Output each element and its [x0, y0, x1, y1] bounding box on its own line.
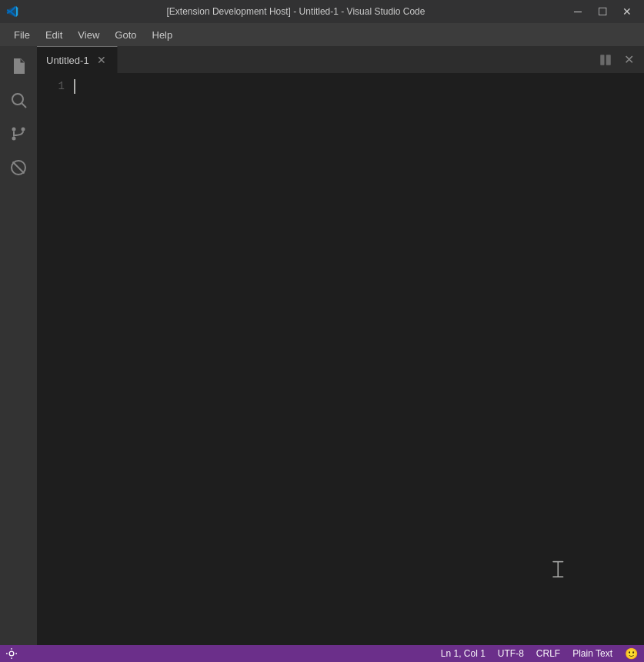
- menu-goto[interactable]: Goto: [107, 26, 144, 44]
- svg-rect-2: [15, 70, 19, 71]
- status-smiley[interactable]: 🙂: [619, 645, 644, 662]
- svg-rect-11: [600, 55, 604, 65]
- status-right-section: Ln 1, Col 1 UTF-8 CRLF Plain Text 🙂: [435, 645, 644, 662]
- source-control-icon[interactable]: [5, 120, 32, 148]
- svg-rect-12: [606, 55, 611, 65]
- status-encoding[interactable]: UTF-8: [492, 645, 530, 662]
- close-editor-button[interactable]: ✕: [619, 51, 638, 69]
- minimize-button[interactable]: ─: [567, 4, 589, 19]
- mouse-cursor-ibeam: 𝙸: [549, 555, 567, 584]
- svg-point-7: [12, 128, 16, 131]
- svg-point-3: [12, 94, 23, 105]
- title-bar: [Extension Development Host] - Untitled-…: [0, 0, 644, 23]
- editor-content[interactable]: 1 𝙸: [37, 73, 644, 645]
- editor-tab-untitled[interactable]: Untitled-1 ✕: [37, 46, 118, 73]
- menu-file[interactable]: File: [6, 26, 38, 44]
- line-numbers: 1: [37, 73, 74, 645]
- line-number-1: 1: [37, 79, 65, 94]
- editor-text-area[interactable]: 𝙸: [74, 73, 644, 645]
- status-language[interactable]: Plain Text: [566, 645, 619, 662]
- maximize-button[interactable]: ☐: [592, 4, 613, 19]
- menu-view[interactable]: View: [70, 26, 107, 44]
- search-icon[interactable]: [5, 86, 32, 114]
- window-controls: ─ ☐ ✕: [567, 4, 638, 19]
- svg-point-5: [12, 137, 16, 141]
- status-position[interactable]: Ln 1, Col 1: [435, 645, 492, 662]
- main-area: Untitled-1 ✕ ✕ 1: [0, 46, 644, 645]
- activity-bar: [0, 46, 37, 645]
- svg-rect-1: [15, 68, 22, 68]
- tab-close-button[interactable]: ✕: [95, 54, 108, 66]
- split-editor-button[interactable]: [596, 51, 615, 69]
- cursor-line: [74, 79, 644, 94]
- menu-help[interactable]: Help: [145, 26, 181, 44]
- editor-area: Untitled-1 ✕ ✕ 1: [37, 46, 644, 645]
- tab-bar-actions: ✕: [596, 46, 644, 73]
- tab-label: Untitled-1: [46, 55, 89, 66]
- svg-rect-0: [15, 65, 22, 66]
- menu-bar: File Edit View Goto Help: [0, 23, 644, 46]
- svg-line-10: [13, 162, 25, 174]
- window-title: [Extension Development Host] - Untitled-…: [25, 6, 567, 17]
- text-cursor: [74, 79, 75, 94]
- vscode-logo: [6, 5, 18, 18]
- extensions-icon[interactable]: [5, 154, 32, 181]
- status-line-ending[interactable]: CRLF: [530, 645, 566, 662]
- tab-bar: Untitled-1 ✕ ✕: [37, 46, 644, 73]
- svg-line-4: [22, 104, 27, 108]
- status-bar: Ln 1, Col 1 UTF-8 CRLF Plain Text 🙂: [0, 645, 644, 662]
- menu-edit[interactable]: Edit: [38, 26, 70, 44]
- status-left-section: [0, 648, 23, 659]
- close-button[interactable]: ✕: [616, 4, 638, 19]
- explorer-icon[interactable]: [5, 52, 32, 80]
- remote-icon: [6, 648, 17, 659]
- svg-point-6: [22, 128, 25, 131]
